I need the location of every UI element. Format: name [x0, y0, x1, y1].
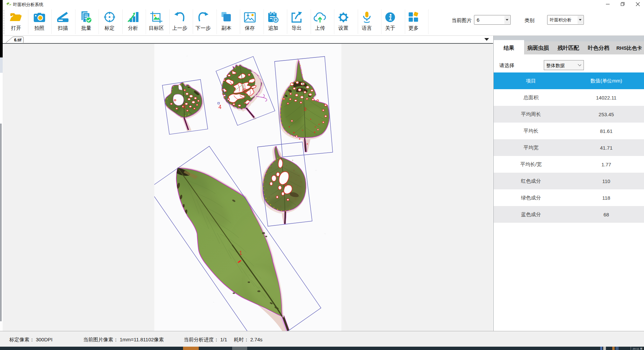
svg-text:6.tif: 6.tif	[14, 38, 22, 42]
svg-text:3: 3	[304, 106, 306, 112]
svg-text:2: 2	[284, 182, 287, 187]
svg-text:6: 6	[244, 89, 246, 94]
svg-text:1: 1	[239, 250, 242, 256]
svg-text:4: 4	[218, 104, 221, 110]
svg-text:5: 5	[183, 104, 186, 110]
